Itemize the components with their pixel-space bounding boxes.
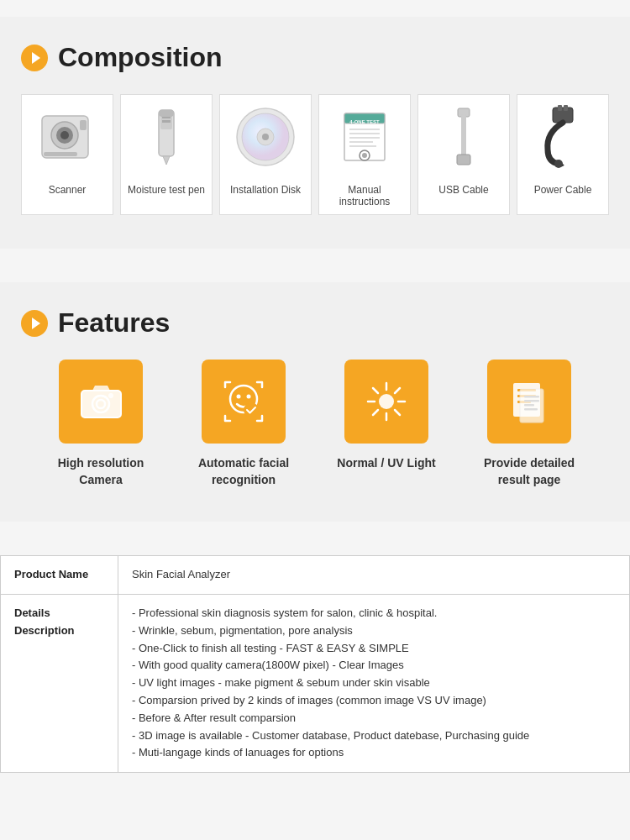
svg-rect-20 (349, 133, 380, 134)
scanner-icon (34, 103, 101, 171)
list-item: Provide detailedresult page (466, 360, 592, 488)
face-feature-icon (221, 379, 267, 425)
list-item: Installation Disk (219, 94, 312, 215)
description-label: Details Description (1, 594, 118, 772)
face-feature-label: Automatic facialrecognition (198, 455, 289, 488)
document-feature-icon (507, 379, 553, 425)
details-section: Product Name Skin Facial Analyzer Detail… (0, 555, 630, 773)
list-item: 4-ONE TEST Manual instructions (318, 94, 411, 215)
usb-cable-label: USB Cable (435, 179, 491, 202)
svg-rect-23 (349, 145, 376, 147)
desc-line-4: - With good quality camera(1800W pixel) … (132, 659, 404, 671)
product-name-value: Skin Facial Analyzer (118, 556, 630, 595)
svg-line-48 (373, 388, 378, 393)
description-value: - Professional skin diagnosis system for… (118, 594, 630, 772)
features-grid: High resolutionCamera (21, 360, 609, 488)
disk-label: Installation Disk (227, 179, 304, 202)
svg-point-42 (244, 402, 259, 417)
features-header: Features (21, 307, 609, 339)
usb-cable-image (418, 95, 509, 179)
moisture-pen-icon (135, 106, 198, 169)
camera-feature-icon-box (59, 360, 143, 444)
document-feature-icon-box (487, 360, 571, 444)
desc-line-7: - Before & After result comparsion (132, 711, 296, 724)
svg-rect-30 (558, 105, 562, 111)
composition-arrow-icon (21, 45, 48, 71)
svg-point-25 (362, 153, 367, 158)
list-item: High resolutionCamera (38, 360, 164, 488)
svg-point-40 (236, 394, 240, 398)
manual-label: Manual instructions (319, 179, 410, 214)
moisture-pen-image (121, 95, 212, 179)
desc-line-2: - Wrinkle, sebum, pigmentation, pore ana… (132, 624, 353, 637)
svg-rect-22 (349, 141, 373, 143)
svg-line-51 (373, 410, 378, 415)
light-feature-icon (364, 379, 410, 425)
usb-cable-icon (434, 104, 493, 170)
table-row: Details Description - Professional skin … (1, 594, 630, 772)
svg-line-50 (395, 388, 400, 393)
moisture-pen-label: Moisture test pen (124, 179, 208, 202)
composition-items-grid: Scanner Moisture test pen (21, 94, 609, 215)
scanner-label: Scanner (45, 179, 90, 202)
svg-point-38 (108, 393, 113, 398)
light-feature-label: Normal / UV Light (337, 455, 435, 472)
svg-rect-60 (524, 408, 538, 411)
composition-header: Composition (21, 42, 609, 73)
svg-line-49 (395, 410, 400, 415)
svg-rect-28 (457, 155, 470, 165)
camera-feature-icon (78, 379, 124, 425)
svg-point-3 (60, 131, 69, 139)
page-wrapper: Composition Scanner (0, 0, 630, 773)
disk-icon (233, 104, 298, 170)
svg-marker-10 (163, 156, 170, 165)
desc-line-3: - One-Click to finish all testing - FAST… (132, 642, 409, 654)
face-feature-icon-box (202, 360, 286, 444)
svg-rect-9 (162, 120, 171, 123)
list-item: Normal / UV Light (323, 360, 449, 488)
svg-rect-57 (524, 396, 539, 398)
svg-text:4-ONE TEST: 4-ONE TEST (349, 119, 380, 124)
svg-rect-21 (349, 137, 380, 139)
manual-image: 4-ONE TEST (319, 95, 410, 179)
list-item: USB Cable (417, 94, 510, 215)
disk-image (220, 95, 311, 179)
svg-rect-5 (44, 152, 77, 156)
svg-point-41 (246, 394, 250, 398)
features-section: Features High resolutionCamera (0, 282, 630, 522)
features-arrow-icon (21, 310, 48, 337)
svg-rect-58 (524, 400, 539, 402)
light-feature-icon-box (344, 360, 428, 444)
svg-rect-4 (80, 120, 87, 130)
list-item: Automatic facialrecognition (181, 360, 307, 488)
details-table: Product Name Skin Facial Analyzer Detail… (0, 555, 630, 773)
features-title: Features (58, 307, 170, 339)
svg-rect-59 (524, 404, 534, 407)
svg-rect-11 (159, 110, 174, 117)
svg-point-43 (379, 394, 394, 409)
svg-marker-35 (92, 386, 110, 391)
desc-line-6: - Comparsion prived by 2 kinds of images… (132, 694, 486, 706)
list-item: Power Cable (517, 94, 609, 215)
composition-title: Composition (58, 42, 223, 73)
composition-section: Composition Scanner (0, 17, 630, 249)
product-name-label: Product Name (1, 556, 118, 595)
svg-rect-31 (564, 105, 568, 111)
manual-icon: 4-ONE TEST (334, 107, 395, 167)
table-row: Product Name Skin Facial Analyzer (1, 556, 630, 595)
svg-rect-19 (349, 129, 380, 130)
list-item: Scanner (21, 94, 113, 215)
desc-line-1: - Professional skin diagnosis system for… (132, 606, 437, 619)
camera-feature-label: High resolutionCamera (58, 455, 144, 488)
svg-point-15 (262, 134, 269, 140)
list-item: Moisture test pen (120, 94, 213, 215)
power-cable-label: Power Cable (531, 179, 596, 202)
svg-point-32 (554, 160, 563, 168)
desc-line-8: - 3D image is available - Customer datab… (132, 729, 529, 742)
desc-line-9: - Muti-langage kinds of lanuages for opt… (132, 746, 344, 759)
power-cable-icon (538, 103, 588, 171)
scanner-image (22, 95, 113, 179)
desc-line-5: - UV light images - make pigment & sebum… (132, 676, 430, 689)
power-cable-image (517, 95, 608, 179)
document-feature-label: Provide detailedresult page (484, 455, 575, 488)
